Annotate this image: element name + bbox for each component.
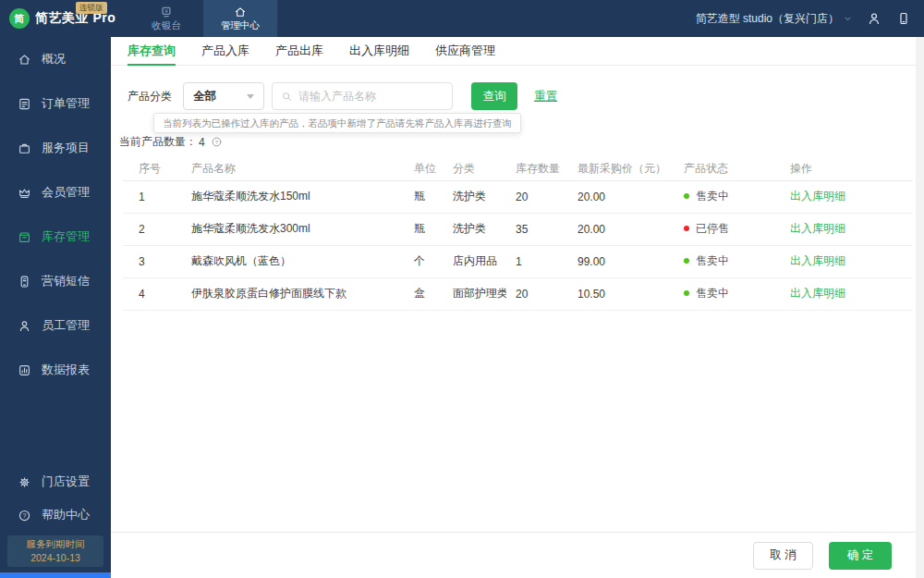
- sidebar-item-label: 帮助中心: [42, 507, 90, 523]
- table-row: 4伊肤泉胶原蛋白修护面膜线下款盒面部护理类2010.50售卖中出入库明细: [123, 277, 913, 310]
- status-text: 售卖中: [696, 190, 729, 203]
- status-text: 售卖中: [696, 254, 729, 267]
- edition-badge: 连锁版: [76, 2, 107, 14]
- product-category: 洗护类: [444, 180, 506, 213]
- svg-text:?: ?: [23, 512, 27, 519]
- sidebar-bottom-strip: [0, 572, 111, 578]
- topbar: 简 简艺美业 Pro 连锁版 ¥收银台管理中心 简艺造型 studio（复兴门店…: [0, 0, 924, 37]
- main-content: 库存查询产品入库产品出库出入库明细供应商管理 产品分类 全部 查询 重置 当前列…: [111, 37, 924, 578]
- cancel-button[interactable]: 取 消: [753, 542, 813, 570]
- sidebar-item-label: 概况: [42, 51, 66, 68]
- table-row: 3戴森吹风机（蓝色）个店内用品199.00售卖中出入库明细: [123, 245, 913, 277]
- status-dot-icon: [684, 258, 689, 264]
- service-expiry-box: 服务到期时间 2024-10-13: [7, 535, 103, 567]
- account-icon[interactable]: [867, 11, 881, 26]
- sidebar-item-orders[interactable]: 订单管理: [0, 81, 111, 126]
- search-box: [272, 82, 453, 110]
- sidebar-item-members[interactable]: 会员管理: [0, 170, 111, 215]
- product-name: 施华蔻柔顺洗发水150ml: [176, 180, 407, 213]
- sidebar-item-staff[interactable]: 员工管理: [0, 303, 111, 348]
- topbar-tab-management[interactable]: 管理中心: [203, 0, 277, 37]
- management-home-icon: [234, 6, 247, 18]
- sidebar-item-label: 服务项目: [42, 140, 90, 156]
- search-icon: [281, 91, 293, 103]
- tab-inout-detail[interactable]: 出入库明细: [349, 37, 409, 66]
- sidebar-item-label: 库存管理: [42, 228, 90, 245]
- home-icon: [18, 53, 31, 67]
- product-category: 店内用品: [444, 245, 506, 277]
- tab-product-in[interactable]: 产品入库: [201, 37, 249, 66]
- category-selected-value: 全部: [193, 89, 216, 105]
- product-unit: 个: [407, 245, 444, 277]
- vertical-scrollbar[interactable]: [916, 37, 924, 578]
- tab-supplier[interactable]: 供应商管理: [435, 37, 495, 66]
- row-index: 4: [123, 277, 176, 310]
- topbar-tab-label: 管理中心: [221, 19, 260, 32]
- table-row: 2施华蔻柔顺洗发水300ml瓶洗护类3520.00已停售出入库明细: [123, 213, 913, 245]
- status-text: 售卖中: [696, 287, 729, 300]
- sidebar-item-store-settings[interactable]: 门店设置: [0, 465, 111, 498]
- column-header: 库存数量: [506, 158, 570, 180]
- tab-product-out[interactable]: 产品出库: [275, 37, 323, 66]
- row-index: 2: [123, 213, 176, 245]
- service-expiry-date: 2024-10-13: [30, 551, 80, 565]
- column-header: 单位: [407, 158, 444, 180]
- store-name: 简艺造型 studio（复兴门店）: [696, 11, 839, 27]
- sidebar-item-reports[interactable]: 数据报表: [0, 348, 111, 392]
- product-category: 面部护理类: [444, 277, 506, 310]
- query-button[interactable]: 查询: [471, 82, 517, 110]
- inout-detail-link[interactable]: 出入库明细: [790, 190, 845, 203]
- help-icon: ?: [18, 509, 31, 523]
- sidebar-item-label: 订单管理: [42, 95, 90, 112]
- row-actions: 出入库明细: [767, 277, 913, 310]
- sidebar-item-overview[interactable]: 概况: [0, 37, 111, 81]
- column-header: 最新采购价（元）: [570, 158, 658, 180]
- column-header: 序号: [123, 158, 176, 180]
- sidebar-item-sms[interactable]: 营销短信: [0, 259, 111, 303]
- sidebar-item-services[interactable]: 服务项目: [0, 126, 111, 170]
- inout-detail-link[interactable]: 出入库明细: [790, 222, 845, 235]
- confirm-button[interactable]: 确 定: [829, 542, 892, 570]
- latest-purchase-price: 20.00: [570, 180, 658, 213]
- table-row: 1施华蔻柔顺洗发水150ml瓶洗护类2020.00售卖中出入库明细: [123, 180, 913, 213]
- logo-icon: 简: [9, 8, 30, 29]
- sidebar-item-help[interactable]: ?帮助中心: [0, 498, 111, 532]
- inout-detail-link[interactable]: 出入库明细: [790, 254, 845, 267]
- product-count-label: 当前产品数量：: [119, 134, 197, 150]
- column-header: 操作: [767, 158, 913, 180]
- category-select[interactable]: 全部: [183, 82, 264, 110]
- product-count-row: 当前产品数量： 4 ?: [111, 134, 924, 150]
- product-name: 伊肤泉胶原蛋白修护面膜线下款: [176, 277, 407, 310]
- store-selector[interactable]: 简艺造型 studio（复兴门店）: [696, 11, 852, 27]
- column-header: 产品名称: [176, 158, 407, 180]
- inout-detail-link[interactable]: 出入库明细: [790, 287, 845, 300]
- product-unit: 盒: [407, 277, 444, 310]
- topbar-tab-cashier[interactable]: ¥收银台: [129, 0, 203, 37]
- row-actions: 出入库明细: [767, 213, 913, 245]
- orders-icon: [18, 97, 31, 111]
- chevron-down-icon: [844, 15, 852, 23]
- stock-quantity: 20: [506, 180, 570, 213]
- reset-link[interactable]: 重置: [534, 89, 557, 105]
- chart-icon: [18, 363, 31, 377]
- inventory-hint-tooltip: 当前列表为已操作过入库的产品，若品项中新增了产品请先将产品入库再进行查询: [153, 113, 521, 133]
- status-text: 已停售: [696, 222, 729, 235]
- sidebar-item-inventory[interactable]: 库存管理: [0, 215, 111, 259]
- svg-text:?: ?: [214, 139, 218, 145]
- product-unit: 瓶: [407, 180, 444, 213]
- product-status: 已停售: [658, 213, 767, 245]
- inventory-table: 序号产品名称单位分类库存数量最新采购价（元）产品状态操作 1施华蔻柔顺洗发水15…: [123, 158, 913, 311]
- sidebar-item-label: 营销短信: [42, 273, 90, 289]
- tab-stock-query[interactable]: 库存查询: [128, 37, 176, 66]
- question-circle-icon[interactable]: ?: [211, 136, 223, 148]
- category-label: 产品分类: [128, 89, 172, 105]
- search-input[interactable]: [298, 90, 444, 103]
- device-icon[interactable]: [896, 11, 911, 26]
- sidebar-item-label: 员工管理: [42, 317, 90, 334]
- row-actions: 出入库明细: [767, 180, 913, 213]
- status-dot-icon: [684, 193, 689, 199]
- footer-bar: 取 消 确 定: [111, 532, 924, 578]
- gear-icon: [18, 475, 31, 489]
- sidebar-item-label: 门店设置: [42, 473, 90, 490]
- product-count-value: 4: [199, 136, 205, 149]
